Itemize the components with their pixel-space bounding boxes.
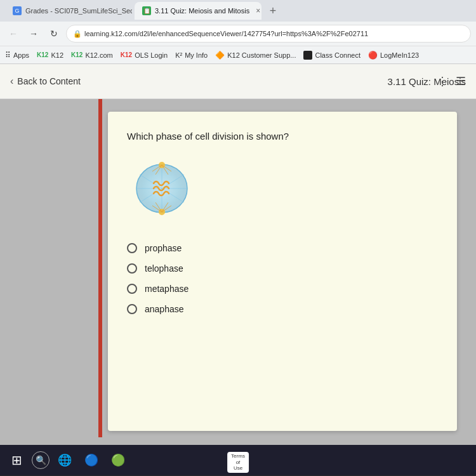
bookmark-k12[interactable]: K12 K12	[37, 51, 63, 59]
option-anaphase-label: anaphase	[145, 304, 184, 314]
windows-start-button[interactable]: ⊞	[5, 449, 28, 472]
taskbar: ⊞ 🔍 🌐 🔵 🟢 TermsofUse	[0, 445, 476, 475]
apps-icon: ⠿	[5, 51, 11, 60]
back-nav-button[interactable]: ←	[5, 25, 22, 42]
k12supp-icon: 🔶	[215, 51, 225, 60]
terms-of-use-badge[interactable]: TermsofUse	[227, 452, 249, 473]
quiz-title-header: 3.11 Quiz: Meiosis	[388, 64, 476, 99]
k12com-icon: K12	[71, 51, 83, 58]
bookmark-k12-label: K12	[51, 51, 63, 59]
classconnect-icon	[303, 51, 312, 60]
bookmark-k12supp-label: K12 Customer Supp...	[227, 51, 296, 59]
bookmark-k12com[interactable]: K12 K12.com	[71, 51, 113, 59]
address-bar[interactable]: 🔒 learning.k12.com/d2l/le/enhancedSequen…	[66, 25, 471, 43]
bookmark-logmein[interactable]: 🔴 LogMeIn123	[368, 51, 419, 60]
chevron-left-icon: ‹	[10, 76, 13, 87]
quiz-card: Which phase of cell division is shown?	[108, 112, 457, 431]
left-accent-bar	[98, 64, 102, 437]
taskbar-edge-icon[interactable]: 🔵	[80, 449, 103, 472]
terms-text: TermsofUse	[231, 453, 245, 471]
option-anaphase[interactable]: anaphase	[127, 304, 438, 314]
bookmark-myinfo-label: My Info	[185, 51, 208, 59]
logmein-icon: 🔴	[368, 51, 378, 60]
taskbar-chrome-icon[interactable]: 🟢	[107, 449, 129, 472]
tab-quiz-label: 3.11 Quiz: Meiosis and Mitosis	[155, 7, 249, 15]
option-metaphase[interactable]: metaphase	[127, 284, 438, 294]
radio-anaphase[interactable]	[127, 304, 137, 314]
bookmark-ols[interactable]: K12 OLS Login	[121, 51, 168, 59]
radio-metaphase[interactable]	[127, 284, 137, 294]
option-telophase-label: telophase	[145, 263, 183, 274]
taskbar-browser-icon[interactable]: 🌐	[53, 449, 76, 472]
radio-prophase[interactable]	[127, 243, 137, 253]
k12-icon: K12	[37, 51, 48, 58]
back-to-content-label: Back to Content	[17, 76, 81, 86]
tab-bar: G Grades - SCI07B_SumLifeSci_Sec... × 📋 …	[0, 0, 476, 22]
radio-telophase[interactable]	[127, 263, 137, 274]
tab-grades-label: Grades - SCI07B_SumLifeSci_Sec...	[25, 7, 132, 15]
bookmark-classconnect[interactable]: Class Connect	[303, 51, 360, 60]
question-text: Which phase of cell division is shown?	[127, 131, 438, 142]
cell-image	[127, 155, 197, 225]
bookmarks-bar: ⠿ Apps K12 K12 K12 K12.com K12 OLS Login…	[0, 46, 476, 63]
bookmark-myinfo[interactable]: K² My Info	[175, 51, 208, 59]
page-content: ‹ Back to Content ⋮ ☰ 3.11 Quiz: Meiosis…	[0, 64, 476, 475]
option-metaphase-label: metaphase	[145, 284, 188, 294]
cell-division-image	[127, 155, 197, 225]
ols-icon: K12	[121, 51, 132, 58]
quiz-title-text: 3.11 Quiz: Meiosis	[388, 76, 466, 87]
bookmark-k12com-label: K12.com	[85, 51, 112, 59]
bookmark-classconnect-label: Class Connect	[315, 51, 360, 59]
forward-nav-button[interactable]: →	[25, 25, 42, 42]
address-text: learning.k12.com/d2l/le/enhancedSequence…	[84, 30, 368, 37]
myinfo-icon: K²	[175, 51, 182, 59]
option-prophase[interactable]: prophase	[127, 243, 438, 253]
bookmark-k12supp[interactable]: 🔶 K12 Customer Supp...	[215, 51, 296, 60]
bookmark-ols-label: OLS Login	[135, 51, 168, 59]
reload-button[interactable]: ↻	[46, 25, 62, 42]
tab-quiz[interactable]: 📋 3.11 Quiz: Meiosis and Mitosis ×	[135, 2, 261, 20]
bookmark-apps-label: Apps	[13, 51, 29, 59]
options-list: prophase telophase metaphase anaphase	[127, 243, 438, 314]
back-to-content-button[interactable]: ‹ Back to Content	[10, 76, 81, 87]
browser-chrome: G Grades - SCI07B_SumLifeSci_Sec... × 📋 …	[0, 0, 476, 64]
option-prophase-label: prophase	[145, 243, 182, 253]
option-telophase[interactable]: telophase	[127, 263, 438, 274]
new-tab-button[interactable]: +	[264, 2, 282, 20]
address-bar-row: ← → ↻ 🔒 learning.k12.com/d2l/le/enhanced…	[0, 22, 476, 46]
taskbar-search-button[interactable]: 🔍	[32, 451, 50, 469]
lock-icon: 🔒	[73, 30, 82, 38]
bookmark-logmein-label: LogMeIn123	[380, 51, 419, 59]
tab-quiz-close[interactable]: ×	[256, 6, 260, 15]
bookmark-apps[interactable]: ⠿ Apps	[5, 51, 29, 60]
tab-grades[interactable]: G Grades - SCI07B_SumLifeSci_Sec... ×	[5, 2, 132, 20]
page-toolbar: ‹ Back to Content ⋮ ☰ 3.11 Quiz: Meiosis	[0, 64, 476, 99]
